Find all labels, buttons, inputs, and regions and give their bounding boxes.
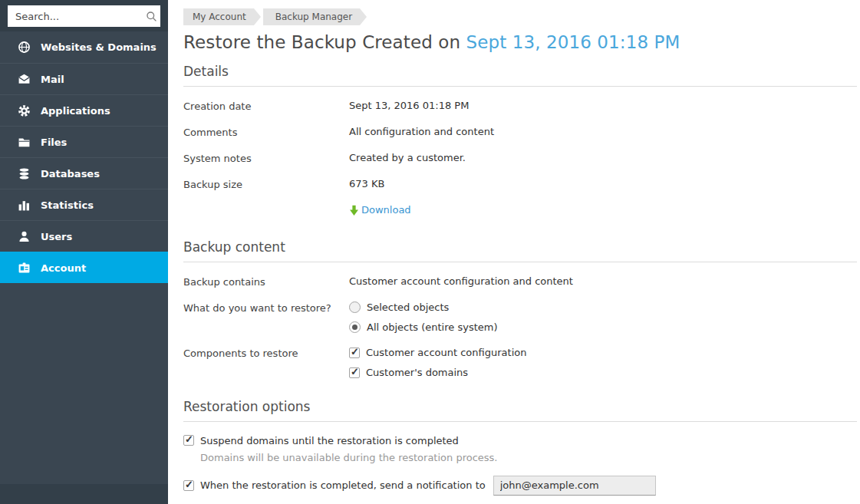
radio-selected-objects-label: Selected objects (367, 301, 449, 314)
main-content: My Account Backup Manager Restore the Ba… (168, 0, 860, 504)
radio-all-objects-label: All objects (entire system) (367, 321, 498, 334)
breadcrumb-backup-manager[interactable]: Backup Manager (263, 8, 360, 25)
restore-scope-label: What do you want to restore? (183, 301, 349, 334)
suspend-domains-row: Suspend domains until the restoration is… (183, 435, 857, 446)
search-box (8, 5, 160, 27)
page-title: Restore the Backup Created on Sept 13, 2… (183, 32, 857, 52)
suspend-domains-hint: Domains will be unavailable during the r… (183, 452, 857, 463)
bar-chart-icon (18, 199, 31, 212)
sidebar-item-label: Users (41, 231, 72, 242)
breadcrumb-my-account[interactable]: My Account (183, 8, 254, 25)
breadcrumb: My Account Backup Manager (183, 8, 857, 25)
suspend-domains-label: Suspend domains until the restoration is… (200, 435, 459, 446)
sidebar-item-databases[interactable]: Databases (0, 157, 168, 189)
sidebar-item-label: Databases (41, 168, 100, 180)
checkbox-customer-domains-label: Customer's domains (366, 367, 468, 379)
backup-size-row: Backup size 673 KB (183, 178, 857, 191)
sidebar-item-files[interactable]: Files (0, 126, 168, 157)
folder-icon (18, 136, 31, 149)
backup-contains-row: Backup contains Customer account configu… (183, 275, 857, 288)
checkbox-account-config-label: Customer account configuration (366, 347, 526, 359)
notification-row: When the restoration is completed, send … (183, 479, 486, 491)
page-title-date: Sept 13, 2016 01:18 PM (466, 32, 680, 52)
gear-icon (18, 104, 31, 117)
sidebar-item-label: Websites & Domains (41, 41, 157, 53)
search-input[interactable] (15, 11, 146, 22)
radio-selected-objects[interactable] (349, 301, 361, 313)
sidebar-item-label: Files (41, 137, 67, 148)
system-notes-value: Created by a customer. (349, 152, 466, 165)
radio-all-objects-row: All objects (entire system) (349, 321, 498, 334)
backup-size-label: Backup size (183, 178, 349, 191)
checkbox-send-notification[interactable] (183, 480, 194, 491)
sidebar-item-statistics[interactable]: Statistics (0, 189, 168, 220)
sidebar-item-label: Account (41, 262, 86, 274)
globe-icon (18, 41, 31, 54)
system-notes-label: System notes (183, 152, 349, 165)
mail-icon (18, 73, 31, 86)
sidebar-item-applications[interactable]: Applications (0, 94, 168, 126)
sidebar-item-websites-domains[interactable]: Websites & Domains (0, 31, 168, 63)
sidebar-footer (0, 484, 168, 504)
sidebar-item-mail[interactable]: Mail (0, 63, 168, 94)
download-row: Download (183, 204, 857, 219)
backup-size-value: 673 KB (349, 178, 384, 191)
comments-value: All configuration and content (349, 126, 494, 139)
search-icon[interactable] (146, 11, 157, 22)
backup-contains-value: Customer account configuration and conte… (349, 275, 573, 288)
backup-contains-label: Backup contains (183, 275, 349, 288)
page-title-prefix: Restore the Backup Created on (183, 32, 466, 52)
id-card-icon (18, 262, 31, 275)
download-label: Download (361, 204, 411, 216)
restoration-options-heading: Restoration options (183, 399, 857, 422)
sidebar-item-label: Mail (41, 74, 64, 85)
radio-all-objects[interactable] (349, 321, 361, 333)
comments-label: Comments (183, 126, 349, 139)
sidebar-nav: Websites & Domains Mail Applications (0, 31, 168, 484)
components-row: Components to restore Customer account c… (183, 347, 857, 379)
sidebar-item-label: Applications (41, 105, 110, 117)
user-icon (18, 230, 31, 243)
checkbox-customer-domains-row: Customer's domains (349, 367, 526, 379)
comments-row: Comments All configuration and content (183, 126, 857, 139)
checkbox-account-config-row: Customer account configuration (349, 347, 526, 359)
components-label: Components to restore (183, 347, 349, 379)
download-arrow-icon (349, 205, 359, 216)
sidebar-item-users[interactable]: Users (0, 220, 168, 252)
details-heading: Details (183, 64, 857, 87)
checkbox-suspend-domains[interactable] (183, 435, 194, 446)
checkbox-account-config[interactable] (349, 348, 360, 358)
sidebar-search-area (0, 0, 168, 31)
system-notes-row: System notes Created by a customer. (183, 152, 857, 165)
notification-group: When the restoration is completed, send … (183, 476, 857, 496)
download-link[interactable]: Download (349, 204, 411, 216)
notification-email-input[interactable] (493, 476, 656, 496)
creation-date-row: Creation date Sept 13, 2016 01:18 PM (183, 100, 857, 113)
sidebar-item-account[interactable]: Account (0, 252, 168, 283)
radio-selected-objects-row: Selected objects (349, 301, 498, 314)
sidebar-item-label: Statistics (41, 199, 94, 211)
restore-scope-row: What do you want to restore? Selected ob… (183, 301, 857, 334)
checkbox-customer-domains[interactable] (349, 367, 360, 378)
suspend-domains-group: Suspend domains until the restoration is… (183, 435, 857, 463)
notification-label: When the restoration is completed, send … (200, 479, 486, 491)
creation-date-value: Sept 13, 2016 01:18 PM (349, 100, 469, 113)
database-icon (18, 167, 31, 180)
creation-date-label: Creation date (183, 100, 349, 113)
sidebar: Websites & Domains Mail Applications (0, 0, 168, 504)
backup-content-heading: Backup content (183, 239, 857, 262)
